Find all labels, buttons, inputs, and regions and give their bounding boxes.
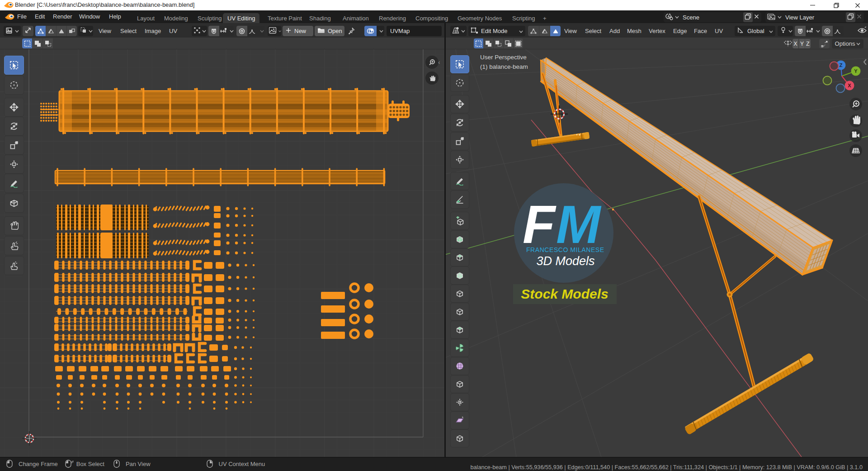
svg-text:Y: Y — [854, 68, 858, 74]
svg-text:Z: Z — [840, 62, 843, 68]
svg-text:(1) balance-beam: (1) balance-beam — [480, 63, 528, 70]
svg-text:M: M — [556, 195, 602, 254]
svg-text:User Perspective: User Perspective — [480, 54, 527, 61]
svg-text:X: X — [848, 83, 851, 88]
svg-text:Stock Models: Stock Models — [521, 286, 608, 301]
svg-text:3D Models: 3D Models — [536, 254, 594, 268]
svg-text:F: F — [523, 195, 557, 254]
svg-text:FRANCESCO MILANESE: FRANCESCO MILANESE — [526, 246, 604, 253]
